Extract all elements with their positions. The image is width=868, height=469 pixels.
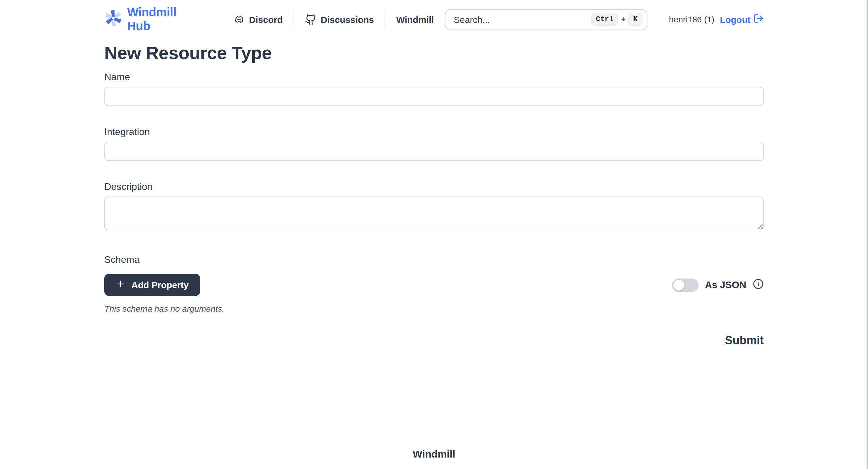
info-icon[interactable] [753, 278, 764, 291]
main-nav: Discord Discussions Windmill [222, 11, 444, 28]
top-navbar: Windmill Hub Discord [0, 0, 868, 39]
as-json-label: As JSON [705, 279, 746, 290]
windmill-logo-icon [104, 9, 122, 30]
description-field-group: Description [104, 181, 764, 233]
nav-item-discussions[interactable]: Discussions [294, 13, 385, 25]
name-field-group: Name [104, 71, 764, 106]
submit-button[interactable]: Submit [725, 334, 764, 347]
kbd-ctrl: Ctrl [591, 13, 618, 26]
page: Windmill Hub Discord [0, 0, 868, 469]
nav-label-windmill: Windmill [396, 14, 434, 24]
toggle-knob [673, 279, 684, 290]
integration-field-group: Integration [104, 126, 764, 161]
footer-windmill-link[interactable]: Windmill [412, 448, 455, 461]
schema-toolbar: Add Property As JSON [104, 274, 764, 296]
nav-label-discussions: Discussions [321, 14, 374, 24]
name-label: Name [104, 71, 764, 83]
as-json-control: As JSON [672, 278, 764, 291]
user-area: henri186 (1) Logout [669, 13, 764, 25]
brand-title: Windmill Hub [127, 5, 192, 33]
page-footer: Windmill [0, 448, 868, 461]
nav-item-windmill[interactable]: Windmill [385, 14, 445, 24]
kbd-k: K [628, 13, 642, 26]
page-title: New Resource Type [104, 42, 764, 64]
submit-row: Submit [104, 334, 764, 347]
kbd-plus-separator: + [621, 15, 625, 24]
logout-icon [753, 13, 764, 25]
description-textarea[interactable] [104, 196, 764, 230]
integration-input[interactable] [104, 142, 764, 161]
new-resource-type-form: New Resource Type Name Integration Descr… [0, 42, 868, 347]
name-input[interactable] [104, 87, 764, 106]
logout-label: Logout [720, 14, 750, 24]
brand-logo-link[interactable]: Windmill Hub [104, 5, 192, 33]
discord-icon [233, 13, 245, 25]
as-json-toggle[interactable] [672, 278, 698, 291]
logout-link[interactable]: Logout [720, 13, 764, 25]
add-property-label: Add Property [131, 280, 189, 290]
nav-item-discord[interactable]: Discord [222, 13, 293, 25]
schema-empty-note: This schema has no arguments. [104, 303, 764, 314]
global-search: Ctrl + K [445, 9, 647, 30]
schema-section-label: Schema [104, 254, 764, 266]
username: henri186 (1) [669, 14, 714, 24]
add-property-button[interactable]: Add Property [104, 274, 200, 296]
plus-icon [116, 279, 125, 290]
description-label: Description [104, 181, 764, 193]
search-shortcut: Ctrl + K [591, 9, 642, 30]
nav-label-discord: Discord [249, 14, 283, 24]
integration-label: Integration [104, 126, 764, 138]
github-icon [305, 13, 316, 25]
